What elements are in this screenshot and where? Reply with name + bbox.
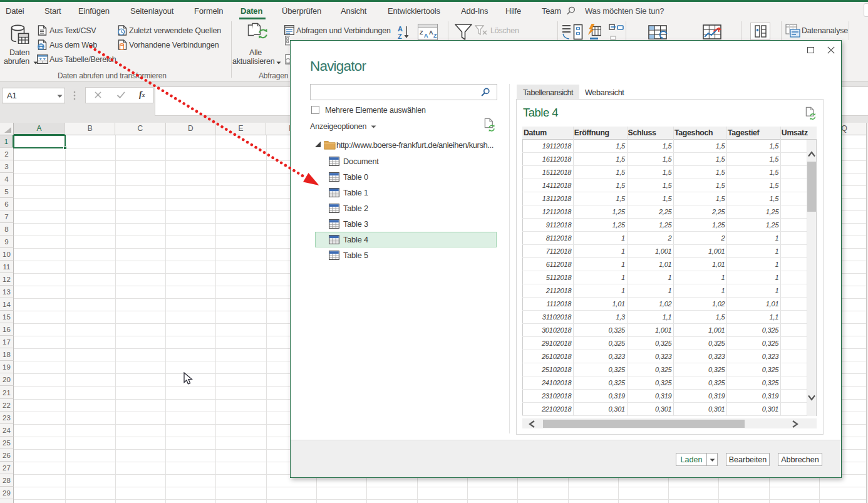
svg-text:Z: Z <box>433 33 437 39</box>
svg-text:Z: Z <box>420 29 423 36</box>
svg-text:A: A <box>398 25 403 33</box>
svg-text:A: A <box>424 33 428 39</box>
svg-text:A: A <box>429 29 433 36</box>
svg-text:Z: Z <box>398 33 402 40</box>
